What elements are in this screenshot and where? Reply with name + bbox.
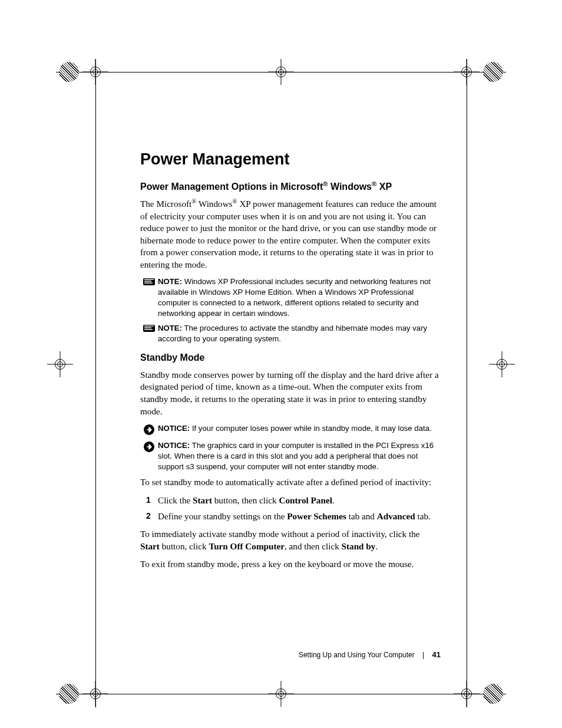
ui-reference: Turn Off Computer [209, 541, 285, 551]
notice-icon [140, 440, 158, 472]
registration-mark-icon [268, 59, 294, 85]
text: Define your standby settings on the [158, 511, 287, 521]
page-footer: Setting Up and Using Your Computer | 41 [140, 650, 441, 659]
ui-reference: Stand by [342, 541, 376, 551]
text: The procedures to activate the standby a… [158, 324, 427, 343]
paragraph: To immediately activate standby mode wit… [140, 528, 441, 552]
section-heading: Power Management [140, 150, 441, 169]
ui-reference: Power Schemes [287, 511, 346, 521]
registration-hatch-icon [483, 62, 503, 82]
registered-mark: ® [233, 198, 237, 205]
steps-list: Click the Start button, then click Contr… [140, 495, 441, 522]
text: , and then click [285, 541, 342, 551]
page-number: 41 [432, 650, 441, 659]
paragraph: Standby mode conserves power by turning … [140, 369, 441, 417]
text: XP power management features can reduce … [140, 199, 437, 269]
paragraph: To exit from standby mode, press a key o… [140, 558, 441, 571]
ui-reference: Start [140, 541, 160, 551]
step-item: Click the Start button, then click Contr… [140, 495, 441, 507]
registration-mark-icon [82, 681, 108, 707]
text: Windows XP Professional includes securit… [158, 277, 431, 317]
notice-callout: NOTICE: The graphics card in your comput… [140, 440, 441, 472]
note-callout: NOTE: Windows XP Professional includes s… [140, 276, 441, 318]
text: tab and [346, 511, 377, 521]
note-icon [140, 323, 158, 344]
note-icon [140, 276, 158, 318]
notice-text: NOTICE: The graphics card in your comput… [158, 440, 441, 472]
footer-section-title: Setting Up and Using Your Computer [299, 651, 415, 659]
text: Windows [196, 199, 232, 209]
registration-mark-icon [268, 681, 294, 707]
note-label: NOTE: [158, 277, 182, 286]
registration-mark-icon [82, 59, 108, 85]
notice-text: NOTICE: If your computer loses power whi… [158, 423, 441, 436]
registration-mark-icon [454, 59, 480, 85]
text: Power Management Options in Microsoft [140, 182, 323, 192]
subsection-heading: Standby Mode [140, 353, 441, 363]
text: To immediately activate standby mode wit… [140, 529, 420, 539]
text: tab. [415, 511, 431, 521]
note-text: NOTE: Windows XP Professional includes s… [158, 276, 441, 318]
note-callout: NOTE: The procedures to activate the sta… [140, 323, 441, 344]
text: If your computer loses power while in st… [190, 424, 431, 433]
text: button, then click [212, 495, 279, 505]
ui-reference: Control Panel [279, 495, 332, 505]
crop-line-left [95, 59, 96, 707]
notice-callout: NOTICE: If your computer loses power whi… [140, 423, 441, 436]
registration-hatch-icon [59, 62, 79, 82]
step-item: Define your standby settings on the Powe… [140, 510, 441, 523]
text: The graphics card in your computer is in… [158, 441, 434, 471]
subsection-heading: Power Management Options in Microsoft® W… [140, 182, 441, 192]
registration-hatch-icon [59, 684, 79, 704]
text: button, click [160, 541, 209, 551]
registration-mark-icon [454, 681, 480, 707]
footer-separator: | [422, 651, 424, 659]
registered-mark: ® [323, 180, 328, 187]
note-label: NOTE: [158, 324, 182, 332]
registration-mark-icon [489, 351, 515, 377]
registration-mark-icon [47, 351, 73, 377]
ui-reference: Advanced [377, 511, 415, 521]
crop-line-right [467, 59, 467, 707]
text: . [375, 541, 378, 551]
notice-label: NOTICE: [158, 441, 190, 450]
notice-label: NOTICE: [158, 424, 190, 433]
page-content: Power Management Power Management Option… [140, 150, 441, 577]
text: The Microsoft [140, 199, 191, 209]
paragraph: To set standby mode to automatically act… [140, 476, 441, 489]
text: Click the [158, 495, 193, 505]
paragraph: The Microsoft® Windows® XP power managem… [140, 198, 441, 271]
registration-hatch-icon [483, 684, 503, 704]
text: Windows [328, 182, 372, 192]
ui-reference: Start [193, 495, 212, 505]
note-text: NOTE: The procedures to activate the sta… [158, 323, 441, 344]
notice-icon [140, 423, 158, 436]
text: XP [376, 182, 392, 192]
text: . [332, 495, 335, 505]
